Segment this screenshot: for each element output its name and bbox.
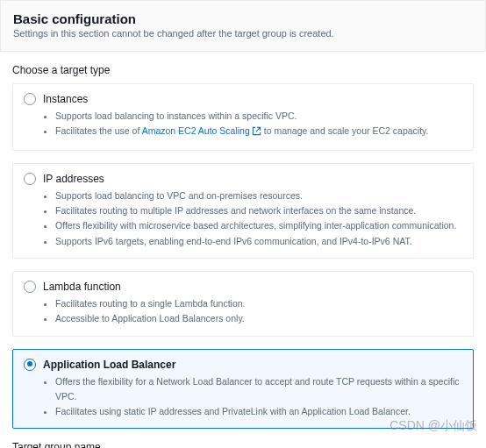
- option-title: Instances: [43, 93, 88, 105]
- option-bullet: Offers the flexibility for a Network Loa…: [55, 374, 462, 405]
- target-type-option-lambda[interactable]: Lambda function Facilitates routing to a…: [12, 271, 474, 337]
- option-bullets: Facilitates routing to a single Lambda f…: [55, 296, 462, 327]
- option-bullet: Supports IPv6 targets, enabling end-to-e…: [55, 234, 462, 249]
- target-type-section: Choose a target type Instances Supports …: [0, 52, 486, 448]
- option-bullet: Supports load balancing to VPC and on-pr…: [55, 188, 462, 203]
- target-group-name-label: Target group name: [12, 441, 474, 448]
- external-link-icon: [252, 125, 261, 140]
- target-type-option-instances[interactable]: Instances Supports load balancing to ins…: [12, 83, 474, 151]
- option-head[interactable]: Instances: [24, 93, 462, 105]
- basic-configuration-header: Basic configuration Settings in this sec…: [0, 0, 486, 52]
- option-bullet: Facilitates routing to a single Lambda f…: [55, 296, 462, 311]
- radio-unchecked-icon[interactable]: [24, 173, 36, 185]
- target-type-option-alb[interactable]: Application Load Balancer Offers the fle…: [12, 349, 474, 430]
- option-title: Lambda function: [43, 281, 121, 293]
- target-type-label: Choose a target type: [12, 64, 474, 76]
- option-title: Application Load Balancer: [43, 359, 175, 371]
- option-bullets: Supports load balancing to instances wit…: [55, 109, 462, 141]
- section-title: Basic configuration: [13, 11, 473, 26]
- target-type-option-ip-addresses[interactable]: IP addresses Supports load balancing to …: [12, 163, 474, 259]
- option-head[interactable]: IP addresses: [24, 173, 462, 185]
- option-bullet: Supports load balancing to instances wit…: [55, 109, 462, 124]
- option-bullets: Offers the flexibility for a Network Loa…: [55, 374, 462, 420]
- option-bullet: Offers flexibility with microservice bas…: [55, 218, 462, 233]
- option-bullets: Supports load balancing to VPC and on-pr…: [55, 188, 462, 249]
- target-group-name-field: Target group name A maximum of 32 alphan…: [12, 441, 474, 448]
- radio-unchecked-icon[interactable]: [24, 93, 36, 105]
- radio-unchecked-icon[interactable]: [24, 281, 36, 293]
- option-bullet: Facilitates using static IP addresses an…: [55, 404, 462, 419]
- option-bullet: Facilitates routing to multiple IP addre…: [55, 203, 462, 218]
- option-title: IP addresses: [43, 173, 104, 185]
- section-subtitle: Settings in this section cannot be chang…: [13, 28, 473, 39]
- option-head[interactable]: Application Load Balancer: [24, 359, 462, 371]
- option-head[interactable]: Lambda function: [24, 281, 462, 293]
- option-bullet: Accessible to Application Load Balancers…: [55, 311, 462, 326]
- auto-scaling-link[interactable]: Amazon EC2 Auto Scaling: [142, 125, 261, 136]
- option-bullet: Facilitates the use of Amazon EC2 Auto S…: [55, 124, 462, 140]
- radio-checked-icon[interactable]: [24, 359, 36, 371]
